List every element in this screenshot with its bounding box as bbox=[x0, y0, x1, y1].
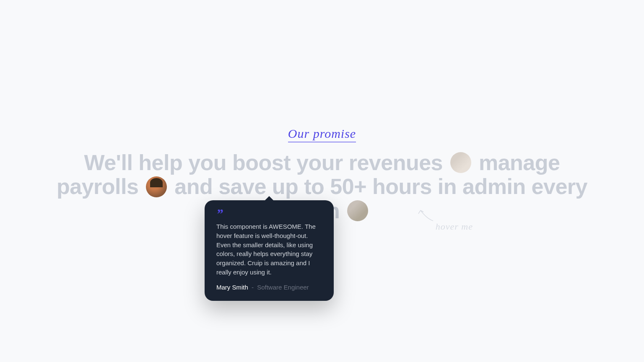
testimonial-tooltip: ” This component is AWESOME. The hover f… bbox=[205, 200, 334, 301]
avatar-testimonial-1[interactable] bbox=[450, 152, 471, 173]
arrow-icon bbox=[414, 206, 435, 223]
author-separator: - bbox=[252, 284, 254, 291]
avatar-testimonial-2[interactable] bbox=[146, 176, 167, 197]
main-container: Our promise We'll help you boost your re… bbox=[0, 139, 644, 223]
testimonial-author: Mary Smith - Software Engineer bbox=[216, 284, 322, 291]
author-name: Mary Smith bbox=[216, 284, 248, 291]
quote-icon: ” bbox=[216, 210, 322, 217]
testimonial-quote: This component is AWESOME. The hover fea… bbox=[216, 222, 322, 277]
hover-hint-label: hover me bbox=[436, 221, 473, 232]
headline-part-1: We'll help you boost your revenues bbox=[84, 150, 443, 175]
author-title: Software Engineer bbox=[257, 284, 309, 291]
content-wrap: Our promise We'll help you boost your re… bbox=[42, 127, 602, 223]
promise-label: Our promise bbox=[288, 127, 356, 142]
avatar-testimonial-3[interactable] bbox=[347, 200, 368, 221]
